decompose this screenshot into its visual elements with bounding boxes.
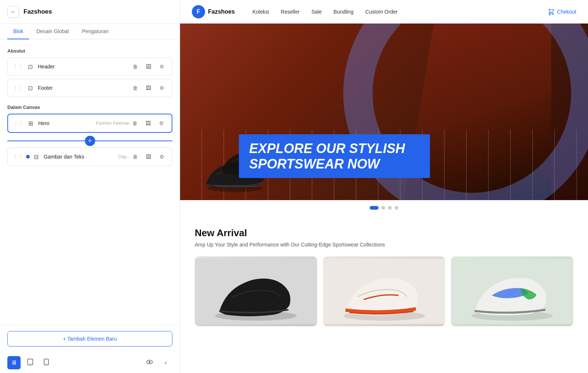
dot-3[interactable] <box>388 206 392 210</box>
back-arrow-icon: ← <box>11 9 16 15</box>
drag-handle-icon: ⋮⋮ <box>13 120 24 126</box>
drag-handle-icon: ⋮⋮ <box>13 64 23 70</box>
dalam-canvas-section: Dalam Canvas ⋮⋮ ⊞ Hero Fashion Kekinian … <box>7 104 172 166</box>
desktop-icon: 🖥 <box>11 359 17 366</box>
svg-point-3 <box>46 364 47 365</box>
dot-1[interactable] <box>370 206 379 210</box>
tablet-device-button[interactable] <box>24 356 37 369</box>
tablet-icon <box>27 359 33 367</box>
product-image-1 <box>195 256 317 326</box>
checkout-label: Chekout <box>557 9 576 15</box>
back-button[interactable]: ← <box>7 6 19 18</box>
settings-icon[interactable]: ⚙ <box>157 152 167 162</box>
nav-sale[interactable]: Sale <box>311 9 322 15</box>
product-image-3 <box>451 256 573 326</box>
new-arrival-section: New Arrival Amp Up Your Style and Perfor… <box>180 216 588 332</box>
settings-icon[interactable]: ⚙ <box>157 61 167 72</box>
panel-header: ← Fazshoes <box>0 0 180 24</box>
bottom-toolbar: 🖥 <box>0 352 180 373</box>
new-arrival-title: New Arrival <box>195 227 573 239</box>
checkout-button[interactable]: Chekout <box>548 8 576 15</box>
absolut-label: Absolut <box>7 48 172 54</box>
svg-point-5 <box>149 361 151 363</box>
block-subtitle-gambar-teks: Dap... <box>118 154 130 159</box>
add-between-button[interactable]: + <box>85 136 95 146</box>
product-card-3[interactable] <box>451 256 573 326</box>
block-type-icon: ⊞ <box>26 119 35 127</box>
settings-icon[interactable]: ⚙ <box>156 118 166 128</box>
hero-carousel-dots <box>180 200 588 216</box>
block-type-icon: ⊡ <box>26 84 34 92</box>
dot-2[interactable] <box>381 206 385 210</box>
desktop-device-button[interactable]: 🖥 <box>7 356 21 369</box>
panel-footer: + Tambah Elemen Baru <box>0 325 180 352</box>
separator-line <box>95 141 173 141</box>
nav-koleksi[interactable]: Koleksi <box>252 9 269 15</box>
delete-icon[interactable]: 🗑 <box>130 118 140 128</box>
nav-links: Koleksi Reseller Sale Bundling Custom Or… <box>252 9 548 15</box>
hero-heading: EXPLORE OUR STYLISH SPORTSWEAR NOW <box>249 141 420 171</box>
add-element-button[interactable]: + Tambah Elemen Baru <box>7 331 172 347</box>
tab-blok[interactable]: Blok <box>7 24 29 39</box>
eye-icon <box>146 359 153 367</box>
add-separator: + <box>7 136 172 146</box>
delete-icon[interactable]: 🗑 <box>130 152 140 162</box>
block-name-hero: Hero <box>38 120 94 126</box>
logo-name: Fazshoes <box>208 8 235 15</box>
product-card-1[interactable] <box>195 256 317 326</box>
tab-pengaturan[interactable]: Pengaturan <box>76 24 114 39</box>
image-icon[interactable]: 🖼 <box>143 83 154 93</box>
image-icon[interactable]: 🖼 <box>143 152 154 162</box>
block-item-header[interactable]: ⋮⋮ ⊡ Header 🗑 🖼 ⚙ <box>7 57 172 76</box>
panel-content: Absolut ⋮⋮ ⊡ Header 🗑 🖼 ⚙ ⋮⋮ ⊡ Footer 🗑 … <box>0 39 180 325</box>
logo-icon: F <box>192 5 205 18</box>
hero-text-box: EXPLORE OUR STYLISH SPORTSWEAR NOW <box>239 134 430 178</box>
mobile-device-button[interactable] <box>40 356 53 369</box>
site-navbar: F Fazshoes Koleksi Reseller Sale Bundlin… <box>180 0 588 24</box>
preview-button[interactable] <box>143 356 156 369</box>
block-actions: 🗑 🖼 ⚙ <box>130 118 166 128</box>
collapse-button[interactable]: ‹ <box>159 356 172 369</box>
tab-desain-global[interactable]: Desain Global <box>31 24 75 39</box>
drag-handle-icon: ⋮⋮ <box>13 154 23 160</box>
delete-icon[interactable]: 🗑 <box>130 61 140 72</box>
block-type-icon: ⊟ <box>32 153 40 161</box>
block-name-footer: Footer <box>38 85 130 91</box>
nav-custom-order[interactable]: Custom Order <box>365 9 398 15</box>
chevron-left-icon: ‹ <box>165 359 166 366</box>
svg-point-1 <box>30 364 31 365</box>
image-icon[interactable]: 🖼 <box>143 61 154 72</box>
block-actions: 🗑 🖼 ⚙ <box>130 152 167 162</box>
drag-handle-icon: ⋮⋮ <box>13 85 23 91</box>
site-content: EXPLORE OUR STYLISH SPORTSWEAR NOW New A… <box>180 24 588 373</box>
hero-section: EXPLORE OUR STYLISH SPORTSWEAR NOW <box>180 24 588 200</box>
block-item-hero[interactable]: ⋮⋮ ⊞ Hero Fashion Kekinian 🗑 🖼 ⚙ <box>7 114 172 133</box>
block-subtitle-hero: Fashion Kekinian <box>96 121 130 126</box>
nav-reseller[interactable]: Reseller <box>281 9 300 15</box>
image-icon[interactable]: 🖼 <box>143 118 153 128</box>
product-card-2[interactable] <box>323 256 445 326</box>
block-actions: 🗑 🖼 ⚙ <box>130 61 167 72</box>
block-item-footer[interactable]: ⋮⋮ ⊡ Footer 🗑 🖼 ⚙ <box>7 79 172 97</box>
product-grid <box>195 256 573 326</box>
block-name-header: Header <box>38 64 130 70</box>
dot-4[interactable] <box>395 206 398 210</box>
nav-bundling[interactable]: Bundling <box>333 9 354 15</box>
hero-background: EXPLORE OUR STYLISH SPORTSWEAR NOW <box>180 24 588 200</box>
block-name-gambar-teks: Gambar dan Teks <box>44 154 116 160</box>
mobile-icon <box>44 359 49 367</box>
panel-tabs: Blok Desain Global Pengaturan <box>0 24 180 39</box>
settings-icon[interactable]: ⚙ <box>157 83 167 93</box>
left-panel: ← Fazshoes Blok Desain Global Pengaturan… <box>0 0 180 373</box>
dalam-canvas-label: Dalam Canvas <box>7 104 172 110</box>
right-panel: F Fazshoes Koleksi Reseller Sale Bundlin… <box>180 0 588 373</box>
delete-icon[interactable]: 🗑 <box>130 83 140 93</box>
block-item-gambar-teks[interactable]: ⋮⋮ ⊟ Gambar dan Teks Dap... 🗑 🖼 ⚙ <box>7 148 172 166</box>
new-arrival-description: Amp Up Your Style and Performance with O… <box>195 242 573 248</box>
status-dot <box>26 155 30 159</box>
page-title: Fazshoes <box>24 8 52 15</box>
product-image-2 <box>323 256 445 326</box>
block-actions: 🗑 🖼 ⚙ <box>130 83 167 93</box>
block-type-icon: ⊡ <box>26 63 34 71</box>
site-logo: F Fazshoes <box>192 5 235 18</box>
